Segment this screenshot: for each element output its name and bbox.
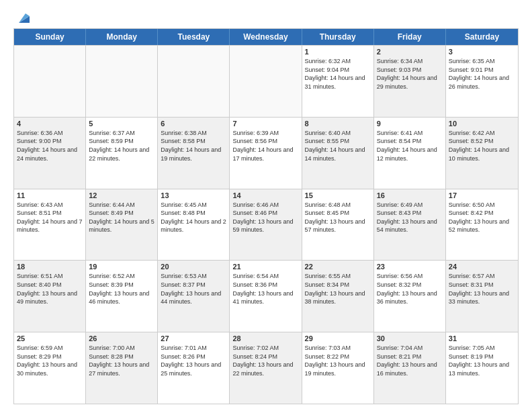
day-number: 27 xyxy=(161,334,226,342)
day-number: 6 xyxy=(161,120,226,128)
calendar-cell: 10Sunrise: 6:42 AM Sunset: 8:52 PM Dayli… xyxy=(446,118,518,189)
calendar-cell xyxy=(14,46,86,117)
cell-text: Sunrise: 6:45 AM Sunset: 8:48 PM Dayligh… xyxy=(161,201,226,234)
day-number: 4 xyxy=(17,120,83,128)
calendar-cell: 9Sunrise: 6:41 AM Sunset: 8:54 PM Daylig… xyxy=(374,118,446,189)
day-number: 22 xyxy=(305,263,371,271)
cell-text: Sunrise: 6:34 AM Sunset: 9:03 PM Dayligh… xyxy=(377,57,443,91)
calendar-cell: 31Sunrise: 7:05 AM Sunset: 8:19 PM Dayli… xyxy=(446,332,518,404)
cell-text: Sunrise: 6:35 AM Sunset: 9:01 PM Dayligh… xyxy=(449,57,515,91)
day-number: 11 xyxy=(17,191,83,199)
day-number: 26 xyxy=(89,334,154,342)
calendar-cell: 7Sunrise: 6:39 AM Sunset: 8:56 PM Daylig… xyxy=(230,118,302,189)
calendar-cell: 12Sunrise: 6:44 AM Sunset: 8:49 PM Dayli… xyxy=(86,189,158,261)
cell-text: Sunrise: 6:52 AM Sunset: 8:39 PM Dayligh… xyxy=(89,272,154,306)
cell-text: Sunrise: 6:59 AM Sunset: 8:29 PM Dayligh… xyxy=(17,344,83,377)
day-number: 29 xyxy=(305,334,371,342)
logo xyxy=(13,11,30,23)
header-day-friday: Friday xyxy=(374,29,446,45)
calendar-cell: 21Sunrise: 6:54 AM Sunset: 8:36 PM Dayli… xyxy=(230,261,302,332)
day-number: 30 xyxy=(377,334,443,342)
calendar-cell: 11Sunrise: 6:43 AM Sunset: 8:51 PM Dayli… xyxy=(14,189,86,261)
cell-text: Sunrise: 6:54 AM Sunset: 8:36 PM Dayligh… xyxy=(232,272,298,306)
calendar-cell: 8Sunrise: 6:40 AM Sunset: 8:55 PM Daylig… xyxy=(302,118,374,189)
cell-text: Sunrise: 7:01 AM Sunset: 8:26 PM Dayligh… xyxy=(161,344,226,377)
cell-text: Sunrise: 7:05 AM Sunset: 8:19 PM Dayligh… xyxy=(449,344,515,377)
cell-text: Sunrise: 6:48 AM Sunset: 8:45 PM Dayligh… xyxy=(305,201,371,234)
page: SundayMondayTuesdayWednesdayThursdayFrid… xyxy=(0,0,532,411)
cell-text: Sunrise: 6:41 AM Sunset: 8:54 PM Dayligh… xyxy=(377,129,443,163)
cell-text: Sunrise: 6:56 AM Sunset: 8:32 PM Dayligh… xyxy=(377,272,443,306)
day-number: 12 xyxy=(89,191,154,199)
header-day-tuesday: Tuesday xyxy=(158,29,230,45)
day-number: 9 xyxy=(377,120,443,128)
day-number: 1 xyxy=(305,48,371,56)
calendar-cell: 13Sunrise: 6:45 AM Sunset: 8:48 PM Dayli… xyxy=(158,189,230,261)
day-number: 7 xyxy=(232,120,298,128)
calendar-row-3: 18Sunrise: 6:51 AM Sunset: 8:40 PM Dayli… xyxy=(14,260,518,332)
header-day-thursday: Thursday xyxy=(302,29,374,45)
header-day-wednesday: Wednesday xyxy=(230,29,302,45)
cell-text: Sunrise: 6:32 AM Sunset: 9:04 PM Dayligh… xyxy=(305,57,371,91)
calendar-cell: 28Sunrise: 7:02 AM Sunset: 8:24 PM Dayli… xyxy=(230,332,302,404)
cell-text: Sunrise: 6:37 AM Sunset: 8:59 PM Dayligh… xyxy=(89,129,154,163)
cell-text: Sunrise: 6:38 AM Sunset: 8:58 PM Dayligh… xyxy=(161,129,226,163)
cell-text: Sunrise: 6:42 AM Sunset: 8:52 PM Dayligh… xyxy=(449,129,515,163)
calendar-cell: 1Sunrise: 6:32 AM Sunset: 9:04 PM Daylig… xyxy=(302,46,374,117)
calendar-cell: 26Sunrise: 7:00 AM Sunset: 8:28 PM Dayli… xyxy=(86,332,158,404)
day-number: 5 xyxy=(89,120,154,128)
calendar-cell: 18Sunrise: 6:51 AM Sunset: 8:40 PM Dayli… xyxy=(14,261,86,332)
day-number: 15 xyxy=(305,191,371,199)
calendar-cell: 25Sunrise: 6:59 AM Sunset: 8:29 PM Dayli… xyxy=(14,332,86,404)
calendar-cell: 3Sunrise: 6:35 AM Sunset: 9:01 PM Daylig… xyxy=(446,46,518,117)
calendar-row-0: 1Sunrise: 6:32 AM Sunset: 9:04 PM Daylig… xyxy=(14,45,518,117)
calendar-cell: 24Sunrise: 6:57 AM Sunset: 8:31 PM Dayli… xyxy=(446,261,518,332)
calendar-cell: 29Sunrise: 7:03 AM Sunset: 8:22 PM Dayli… xyxy=(302,332,374,404)
cell-text: Sunrise: 7:02 AM Sunset: 8:24 PM Dayligh… xyxy=(232,344,298,377)
calendar-cell xyxy=(158,46,230,117)
header xyxy=(13,11,519,23)
header-day-sunday: Sunday xyxy=(14,29,86,45)
calendar-row-2: 11Sunrise: 6:43 AM Sunset: 8:51 PM Dayli… xyxy=(14,189,518,261)
calendar-cell: 2Sunrise: 6:34 AM Sunset: 9:03 PM Daylig… xyxy=(374,46,446,117)
day-number: 24 xyxy=(449,263,515,271)
calendar-cell xyxy=(86,46,158,117)
calendar-body: 1Sunrise: 6:32 AM Sunset: 9:04 PM Daylig… xyxy=(14,45,518,404)
header-day-saturday: Saturday xyxy=(446,29,518,45)
header-day-monday: Monday xyxy=(86,29,158,45)
cell-text: Sunrise: 6:40 AM Sunset: 8:55 PM Dayligh… xyxy=(305,129,371,163)
cell-text: Sunrise: 6:36 AM Sunset: 9:00 PM Dayligh… xyxy=(17,129,83,163)
day-number: 8 xyxy=(305,120,371,128)
calendar-cell: 6Sunrise: 6:38 AM Sunset: 8:58 PM Daylig… xyxy=(158,118,230,189)
day-number: 3 xyxy=(449,48,515,56)
cell-text: Sunrise: 6:39 AM Sunset: 8:56 PM Dayligh… xyxy=(232,129,298,163)
calendar-cell: 20Sunrise: 6:53 AM Sunset: 8:37 PM Dayli… xyxy=(158,261,230,332)
day-number: 2 xyxy=(377,48,443,56)
day-number: 28 xyxy=(232,334,298,342)
calendar-row-4: 25Sunrise: 6:59 AM Sunset: 8:29 PM Dayli… xyxy=(14,332,518,404)
day-number: 10 xyxy=(449,120,515,128)
day-number: 14 xyxy=(232,191,298,199)
calendar-cell: 30Sunrise: 7:04 AM Sunset: 8:21 PM Dayli… xyxy=(374,332,446,404)
cell-text: Sunrise: 6:55 AM Sunset: 8:34 PM Dayligh… xyxy=(305,272,371,306)
cell-text: Sunrise: 7:04 AM Sunset: 8:21 PM Dayligh… xyxy=(377,344,443,377)
calendar-cell: 22Sunrise: 6:55 AM Sunset: 8:34 PM Dayli… xyxy=(302,261,374,332)
calendar-header: SundayMondayTuesdayWednesdayThursdayFrid… xyxy=(14,29,518,45)
cell-text: Sunrise: 7:00 AM Sunset: 8:28 PM Dayligh… xyxy=(89,344,154,377)
cell-text: Sunrise: 6:53 AM Sunset: 8:37 PM Dayligh… xyxy=(161,272,226,306)
calendar-cell: 17Sunrise: 6:50 AM Sunset: 8:42 PM Dayli… xyxy=(446,189,518,261)
logo-icon xyxy=(15,11,30,26)
cell-text: Sunrise: 6:44 AM Sunset: 8:49 PM Dayligh… xyxy=(89,201,154,234)
calendar-cell: 19Sunrise: 6:52 AM Sunset: 8:39 PM Dayli… xyxy=(86,261,158,332)
day-number: 17 xyxy=(449,191,515,199)
calendar-cell xyxy=(230,46,302,117)
calendar-cell: 23Sunrise: 6:56 AM Sunset: 8:32 PM Dayli… xyxy=(374,261,446,332)
day-number: 13 xyxy=(161,191,226,199)
calendar-cell: 14Sunrise: 6:46 AM Sunset: 8:46 PM Dayli… xyxy=(230,189,302,261)
cell-text: Sunrise: 6:51 AM Sunset: 8:40 PM Dayligh… xyxy=(17,272,83,306)
day-number: 23 xyxy=(377,263,443,271)
cell-text: Sunrise: 6:49 AM Sunset: 8:43 PM Dayligh… xyxy=(377,201,443,234)
day-number: 18 xyxy=(17,263,83,271)
cell-text: Sunrise: 6:57 AM Sunset: 8:31 PM Dayligh… xyxy=(449,272,515,306)
day-number: 21 xyxy=(232,263,298,271)
